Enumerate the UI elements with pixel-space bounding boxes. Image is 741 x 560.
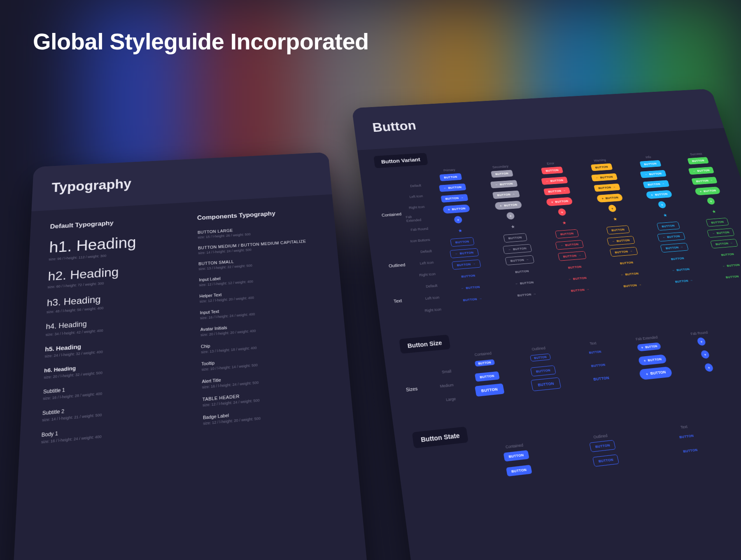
sample-button[interactable]: BUTTON→: [643, 180, 669, 188]
plus-icon: ＋: [499, 203, 503, 208]
sample-button[interactable]: BUTTON: [639, 160, 661, 168]
sample-button[interactable]: ＋BUTTON: [694, 187, 721, 196]
star-icon[interactable]: ★: [510, 224, 515, 229]
sample-button[interactable]: BUTTON→: [594, 183, 620, 191]
sample-button[interactable]: ←BUTTON: [490, 180, 517, 188]
sample-button[interactable]: BUTTON: [586, 360, 611, 370]
arrow-right-icon: →: [638, 283, 642, 287]
sample-button[interactable]: BUTTON: [592, 454, 619, 467]
sample-button[interactable]: ＋BUTTON: [494, 201, 522, 210]
sample-button[interactable]: ←BUTTON: [688, 167, 715, 175]
sample-button[interactable]: ＋: [704, 363, 714, 372]
sample-button[interactable]: ＋BUTTON: [596, 193, 623, 202]
sample-button[interactable]: BUTTON→: [543, 187, 571, 195]
sample-button[interactable]: BUTTON: [530, 353, 551, 362]
sample-button[interactable]: ←BUTTON: [555, 240, 584, 250]
sample-button[interactable]: BUTTON: [687, 157, 709, 164]
sample-button[interactable]: BUTTON: [555, 229, 579, 238]
sample-button[interactable]: BUTTON→: [710, 239, 738, 248]
sample-button[interactable]: BUTTON: [510, 267, 534, 276]
sample-button[interactable]: BUTTON: [531, 377, 561, 391]
sample-button[interactable]: BUTTON: [541, 166, 563, 174]
sample-button[interactable]: BUTTON→: [558, 251, 587, 261]
sample-button[interactable]: ←BUTTON: [615, 269, 643, 279]
sample-button[interactable]: ＋: [557, 208, 566, 216]
sample-button[interactable]: BUTTON: [716, 250, 739, 259]
sample-button[interactable]: BUTTON: [439, 173, 462, 181]
sample-button[interactable]: BUTTON: [678, 445, 703, 456]
sample-button[interactable]: ←BUTTON: [707, 228, 735, 238]
star-icon[interactable]: ★: [662, 212, 668, 218]
sample-button[interactable]: ←BUTTON: [450, 248, 479, 258]
sample-button[interactable]: BUTTON: [450, 237, 474, 247]
sample-button[interactable]: ＋BUTTON: [636, 342, 661, 351]
sample-button[interactable]: BUTTON: [585, 348, 605, 355]
sample-button[interactable]: ＋: [608, 205, 617, 212]
sample-button[interactable]: BUTTON→: [670, 276, 698, 286]
sample-button[interactable]: ＋BUTTON: [546, 197, 573, 206]
sample-button[interactable]: BUTTON: [474, 359, 494, 366]
sample-button[interactable]: ＋BUTTON: [638, 366, 673, 380]
sample-button[interactable]: ＋: [706, 197, 715, 205]
sample-button[interactable]: BUTTON: [615, 258, 638, 267]
sample-button[interactable]: ←BUTTON: [439, 183, 466, 192]
sample-button[interactable]: BUTTON→: [513, 289, 541, 299]
sample-button[interactable]: BUTTON→: [440, 194, 468, 203]
sample-button[interactable]: ＋BUTTON: [442, 204, 470, 214]
sample-button[interactable]: BUTTON: [475, 371, 500, 381]
sample-button[interactable]: ＋: [700, 350, 710, 359]
sample-button[interactable]: BUTTON: [563, 263, 587, 272]
sample-button[interactable]: BUTTON→: [492, 190, 520, 199]
sample-button[interactable]: ←BUTTON: [640, 170, 666, 178]
arrow-right-icon: →: [689, 278, 693, 282]
sample-button[interactable]: ＋: [506, 212, 515, 220]
sample-button[interactable]: BUTTON: [589, 440, 616, 452]
sample-button[interactable]: BUTTON→: [660, 243, 689, 252]
sample-button[interactable]: BUTTON→: [566, 285, 594, 294]
sample-button[interactable]: BUTTON→: [452, 259, 481, 270]
sample-button[interactable]: BUTTON: [590, 163, 613, 171]
sample-button[interactable]: BUTTON: [530, 365, 556, 376]
sample-button[interactable]: BUTTON: [503, 450, 529, 462]
sample-button[interactable]: BUTTON: [587, 372, 616, 385]
sample-button[interactable]: BUTTON: [706, 217, 729, 226]
sample-button[interactable]: ←BUTTON: [503, 244, 532, 254]
state-column-label: Fab Extended: [726, 411, 741, 424]
star-icon[interactable]: ★: [711, 209, 717, 214]
sample-button[interactable]: ←BUTTON: [541, 176, 568, 184]
sample-button[interactable]: ←BUTTON: [563, 274, 592, 283]
sample-button[interactable]: ＋: [697, 337, 706, 346]
sample-button[interactable]: ←BUTTON: [657, 232, 685, 241]
sample-button[interactable]: BUTTON: [674, 431, 699, 442]
star-icon[interactable]: ★: [562, 220, 567, 226]
sample-button[interactable]: ←BUTTON: [667, 265, 694, 275]
star-icon[interactable]: ★: [613, 216, 618, 222]
sample-button[interactable]: BUTTON→: [721, 272, 741, 281]
sample-button[interactable]: BUTTON: [456, 271, 480, 280]
sample-button[interactable]: BUTTON: [666, 254, 689, 263]
sample-button[interactable]: BUTTON→: [458, 294, 487, 304]
sample-button[interactable]: BUTTON: [491, 170, 513, 177]
sample-button[interactable]: BUTTON: [506, 464, 532, 476]
sample-button[interactable]: BUTTON→: [609, 247, 638, 257]
typography-sample: h5. Headingsize: 24 / l-height: 32 / wei…: [44, 336, 176, 358]
sample-button[interactable]: BUTTON: [475, 383, 505, 397]
sample-button[interactable]: BUTTON→: [618, 280, 647, 290]
sample-button[interactable]: ←BUTTON: [606, 236, 635, 246]
sample-button[interactable]: BUTTON: [606, 225, 630, 234]
sample-button[interactable]: BUTTON→: [505, 255, 534, 265]
sample-button[interactable]: ←BUTTON: [591, 173, 618, 181]
arrow-left-icon: ←: [545, 180, 549, 183]
sample-button[interactable]: BUTTON: [656, 221, 680, 230]
arrow-left-icon: ←: [620, 273, 624, 276]
sample-button[interactable]: BUTTON: [503, 233, 527, 243]
sample-button[interactable]: ＋BUTTON: [638, 354, 667, 366]
sample-button[interactable]: ＋: [454, 216, 463, 224]
sample-button[interactable]: ←BUTTON: [456, 282, 485, 292]
sample-button[interactable]: ＋BUTTON: [645, 190, 672, 199]
sample-button[interactable]: ←BUTTON: [510, 278, 539, 287]
sample-button[interactable]: ＋: [657, 201, 666, 208]
sample-button[interactable]: ←BUTTON: [717, 261, 741, 270]
star-icon[interactable]: ★: [458, 228, 463, 233]
sample-button[interactable]: BUTTON→: [691, 177, 718, 185]
